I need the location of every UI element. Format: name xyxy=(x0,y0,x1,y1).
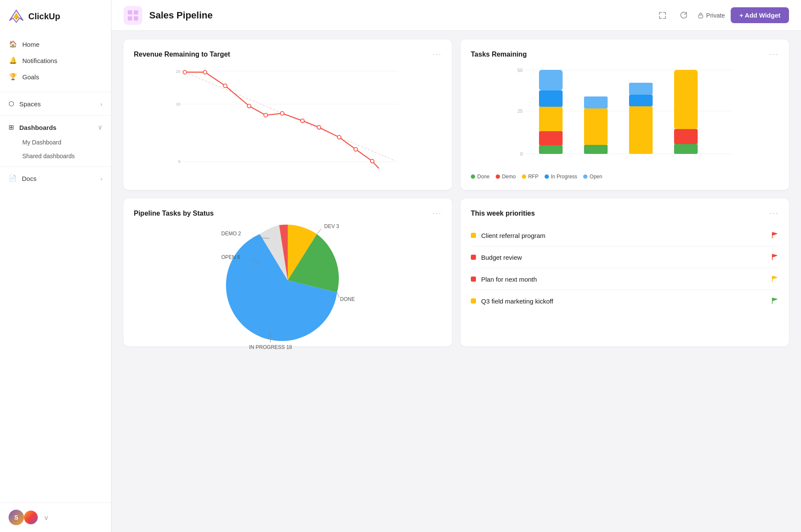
sidebar-item-my-dashboard[interactable]: My Dashboard xyxy=(0,135,111,149)
sidebar-item-shared-dashboards[interactable]: Shared dashboards xyxy=(0,149,111,163)
svg-rect-42 xyxy=(629,106,653,154)
top-row: Revenue Remaining to Target ··· 20 10 0 xyxy=(123,39,789,190)
pipeline-card-menu[interactable]: ··· xyxy=(433,209,442,218)
sidebar-item-dashboards[interactable]: ⊞ Dashboards ∨ xyxy=(0,119,111,135)
sidebar: ClickUp 🏠 Home 🔔 Notifications 🏆 Goals ⬡… xyxy=(0,0,111,532)
rfp-dot xyxy=(522,174,526,179)
sidebar-item-spaces[interactable]: ⬡ Spaces › xyxy=(0,96,111,112)
tasks-card-title: Tasks Remaining xyxy=(471,51,527,58)
dashboard-grid: Revenue Remaining to Target ··· 20 10 0 xyxy=(111,31,801,532)
svg-rect-34 xyxy=(539,107,563,131)
avatar-photo xyxy=(24,511,38,524)
refresh-button[interactable] xyxy=(676,8,692,23)
priority-name-1: Budget review xyxy=(481,254,522,261)
svg-point-20 xyxy=(301,119,304,123)
sidebar-item-goals[interactable]: 🏆 Goals xyxy=(0,69,111,85)
svg-text:DEV 3: DEV 3 xyxy=(324,223,339,229)
pie-chart-area: DEV 3 DONE 5 IN PROGRESS 18 OPEN 6 DEMO … xyxy=(134,225,442,336)
priority-dot-2 xyxy=(471,277,476,282)
home-icon: 🏠 xyxy=(9,40,17,48)
svg-point-14 xyxy=(183,70,187,74)
priorities-card-menu[interactable]: ··· xyxy=(770,209,779,218)
revenue-chart-area: 20 10 0 xyxy=(134,66,442,168)
legend-inprogress-label: In Progress xyxy=(551,174,577,180)
svg-line-50 xyxy=(317,229,321,234)
priority-list: Client referral program Budget review xyxy=(471,225,779,312)
legend-demo: Demo xyxy=(496,174,516,180)
pipeline-card: Pipeline Tasks by Status ··· xyxy=(123,198,452,346)
svg-point-22 xyxy=(337,135,341,139)
flag-icon-0 xyxy=(771,231,779,239)
legend-open-label: Open xyxy=(590,174,602,180)
revenue-card-header: Revenue Remaining to Target ··· xyxy=(134,50,442,59)
sidebar-item-notifications[interactable]: 🔔 Notifications xyxy=(0,52,111,69)
sidebar-item-notifications-label: Notifications xyxy=(22,57,57,64)
main-content: Sales Pipeline Private + Add Widget R xyxy=(111,0,801,532)
svg-rect-40 xyxy=(584,96,608,108)
lock-icon xyxy=(698,12,704,18)
legend-demo-label: Demo xyxy=(502,174,516,180)
svg-rect-4 xyxy=(128,16,132,21)
logo-text: ClickUp xyxy=(28,12,60,21)
pipeline-card-title: Pipeline Tasks by Status xyxy=(134,210,214,217)
priority-left-1: Budget review xyxy=(471,254,522,261)
bottom-row: Pipeline Tasks by Status ··· xyxy=(123,198,789,346)
tasks-legend: Done Demo RFP In Progress xyxy=(471,174,779,180)
sidebar-item-home[interactable]: 🏠 Home xyxy=(0,36,111,52)
svg-text:OPEN 6: OPEN 6 xyxy=(221,254,240,260)
legend-done: Done xyxy=(471,174,490,180)
priority-item-1: Budget review xyxy=(471,246,779,268)
priority-dot-0 xyxy=(471,233,476,238)
sidebar-docs-left: 📄 Docs xyxy=(9,174,36,182)
svg-line-52 xyxy=(337,292,339,298)
priorities-card-header: This week priorities ··· xyxy=(471,209,779,218)
legend-rfp-label: RFP xyxy=(528,174,539,180)
spaces-icon: ⬡ xyxy=(9,100,14,108)
header-left: Sales Pipeline xyxy=(123,6,213,25)
legend-open: Open xyxy=(583,174,602,180)
add-widget-button[interactable]: + Add Widget xyxy=(731,7,789,23)
sidebar-item-docs[interactable]: 📄 Docs › xyxy=(0,170,111,186)
private-badge: Private xyxy=(698,12,725,19)
flag-icon-1 xyxy=(771,253,779,261)
priorities-card: This week priorities ··· Client referral… xyxy=(461,198,789,346)
clickup-logo-icon xyxy=(9,9,24,24)
chevron-right-docs-icon: › xyxy=(100,175,102,182)
row-spacer xyxy=(123,190,789,198)
svg-text:0: 0 xyxy=(520,151,523,156)
priority-left-0: Client referral program xyxy=(471,232,545,239)
dashboards-icon: ⊞ xyxy=(9,123,14,131)
svg-text:DONE 5: DONE 5 xyxy=(340,296,356,302)
chevron-right-icon: › xyxy=(100,100,102,108)
flag-icon-3 xyxy=(771,297,779,305)
svg-text:DEMO 2: DEMO 2 xyxy=(221,231,241,237)
svg-point-16 xyxy=(223,84,227,88)
expand-button[interactable] xyxy=(655,8,670,23)
svg-point-15 xyxy=(203,70,207,74)
svg-rect-39 xyxy=(584,108,608,145)
bell-icon: 🔔 xyxy=(9,57,17,64)
svg-rect-38 xyxy=(584,145,608,154)
svg-rect-3 xyxy=(134,10,138,15)
tasks-card: Tasks Remaining ··· 50 25 0 xyxy=(461,39,789,190)
svg-text:25: 25 xyxy=(518,108,523,114)
legend-done-label: Done xyxy=(477,174,490,180)
tasks-card-menu[interactable]: ··· xyxy=(770,50,779,59)
done-dot xyxy=(471,174,475,179)
nav-divider-1 xyxy=(0,92,111,92)
priority-name-2: Plan for next month xyxy=(481,276,537,283)
avatar[interactable]: S xyxy=(9,510,24,525)
sidebar-bottom: S ∨ xyxy=(0,502,111,532)
revenue-card-menu[interactable]: ··· xyxy=(433,50,442,59)
chevron-down-icon: ∨ xyxy=(98,123,102,131)
sidebar-dashboards-label: Dashboards xyxy=(19,124,57,131)
logo: ClickUp xyxy=(0,0,111,33)
svg-point-23 xyxy=(354,147,358,151)
priority-item-2: Plan for next month xyxy=(471,268,779,290)
grid-icon xyxy=(127,9,139,21)
refresh-icon xyxy=(680,12,688,19)
priority-dot-3 xyxy=(471,298,476,304)
svg-rect-33 xyxy=(539,131,563,145)
priority-left-3: Q3 field marketing kickoff xyxy=(471,298,553,305)
sidebar-docs-label: Docs xyxy=(22,175,36,182)
